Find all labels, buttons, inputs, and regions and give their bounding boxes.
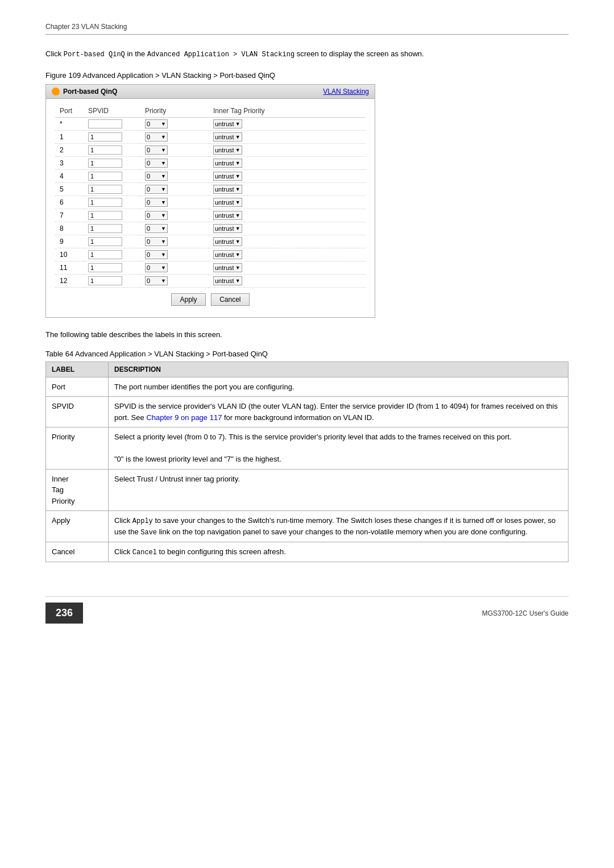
cancel-button[interactable]: Cancel [211,293,249,306]
spvid-cell[interactable] [84,209,140,222]
spvid-cell[interactable] [84,275,140,288]
priority-cell[interactable]: 0▼ [140,248,209,261]
desc-label-cell: SPVID [46,397,109,427]
page-number: 236 [45,603,83,624]
title-icon [52,88,60,95]
col-inner-tag: Inner Tag Priority [209,105,366,118]
screen-table-row: 50▼untrust▼ [55,183,366,196]
form-buttons: Apply Cancel [55,288,366,308]
vlan-stacking-link[interactable]: VLAN Stacking [323,88,369,95]
screen-table-row: 70▼untrust▼ [55,209,366,222]
screen-table-row: *0▼untrust▼ [55,118,366,131]
port-table: Port SPVID Priority Inner Tag Priority *… [55,105,366,288]
priority-cell[interactable]: 0▼ [140,196,209,209]
inner-tag-cell[interactable]: untrust▼ [209,261,366,275]
apply-button[interactable]: Apply [171,293,205,306]
desc-label-cell: Port [46,377,109,397]
desc-table-row: Inner Tag PrioritySelect Trust / Untrust… [46,469,569,511]
spvid-cell[interactable] [84,170,140,183]
port-cell: 4 [55,170,84,183]
spvid-cell[interactable] [84,157,140,170]
inner-tag-cell[interactable]: untrust▼ [209,222,366,235]
description-table: LABEL DESCRIPTION PortThe port number id… [45,362,569,563]
desc-description-cell: Click Apply to save your changes to the … [109,511,569,542]
priority-cell[interactable]: 0▼ [140,118,209,131]
port-cell: 11 [55,261,84,275]
desc-label-cell: Apply [46,511,109,542]
desc-col-description: DESCRIPTION [109,362,569,377]
spvid-cell[interactable] [84,131,140,144]
vlan-stacking-link-text: VLAN Stacking [323,88,369,95]
inner-tag-cell[interactable]: untrust▼ [209,248,366,261]
desc-description-cell: The port number identifies the port you … [109,377,569,397]
inner-tag-cell[interactable]: untrust▼ [209,131,366,144]
titlebar-left: Port-based QinQ [52,88,117,95]
screenshot-figure: Port-based QinQ VLAN Stacking Port SPVID… [45,84,375,318]
priority-cell[interactable]: 0▼ [140,209,209,222]
inner-tag-cell[interactable]: untrust▼ [209,170,366,183]
table-caption: Table 64 Advanced Application > VLAN Sta… [45,350,569,358]
titlebar: Port-based QinQ VLAN Stacking [46,85,375,99]
desc-description-cell: Click Cancel to begin configuring this s… [109,542,569,562]
desc-description-cell: SPVID is the service provider's VLAN ID … [109,397,569,427]
col-port: Port [55,105,84,118]
port-cell: 9 [55,235,84,248]
inner-tag-cell[interactable]: untrust▼ [209,157,366,170]
screen-table-row: 120▼untrust▼ [55,275,366,288]
screen-table-row: 40▼untrust▼ [55,170,366,183]
priority-cell[interactable]: 0▼ [140,144,209,157]
screen-table-row: 90▼untrust▼ [55,235,366,248]
spvid-cell[interactable] [84,235,140,248]
desc-label-cell: Priority [46,427,109,470]
desc-table-row: ApplyClick Apply to save your changes to… [46,511,569,542]
spvid-cell[interactable] [84,248,140,261]
spvid-cell[interactable] [84,222,140,235]
spvid-cell[interactable] [84,261,140,275]
screen-table-row: 10▼untrust▼ [55,131,366,144]
desc-label-cell: Cancel [46,542,109,562]
port-cell: 1 [55,131,84,144]
inner-tag-cell[interactable]: untrust▼ [209,196,366,209]
screen-table-row: 100▼untrust▼ [55,248,366,261]
priority-cell[interactable]: 0▼ [140,131,209,144]
desc-table-row: PortThe port number identifies the port … [46,377,569,397]
priority-cell[interactable]: 0▼ [140,170,209,183]
desc-description-cell: Select a priority level (from 0 to 7). T… [109,427,569,470]
desc-table-row: CancelClick Cancel to begin configuring … [46,542,569,562]
port-cell: 7 [55,209,84,222]
port-cell: 2 [55,144,84,157]
port-cell: 3 [55,157,84,170]
priority-cell[interactable]: 0▼ [140,183,209,196]
screen-table-row: 110▼untrust▼ [55,261,366,275]
chapter-header-text: Chapter 23 VLAN Stacking [45,23,127,31]
follow-text-content: The following table describes the labels… [45,330,222,339]
inner-tag-cell[interactable]: untrust▼ [209,209,366,222]
port-cell: 6 [55,196,84,209]
desc-label-cell: Inner Tag Priority [46,469,109,511]
inner-tag-cell[interactable]: untrust▼ [209,275,366,288]
port-cell: 5 [55,183,84,196]
inner-tag-cell[interactable]: untrust▼ [209,144,366,157]
screen-table-row: 80▼untrust▼ [55,222,366,235]
priority-cell[interactable]: 0▼ [140,222,209,235]
port-cell: * [55,118,84,131]
inner-tag-cell[interactable]: untrust▼ [209,183,366,196]
screenshot-title: Port-based QinQ [63,88,117,95]
priority-cell[interactable]: 0▼ [140,235,209,248]
spvid-cell[interactable] [84,196,140,209]
priority-cell[interactable]: 0▼ [140,157,209,170]
inner-tag-cell[interactable]: untrust▼ [209,235,366,248]
screen-table-row: 20▼untrust▼ [55,144,366,157]
col-priority: Priority [140,105,209,118]
priority-cell[interactable]: 0▼ [140,275,209,288]
spvid-cell[interactable] [84,144,140,157]
inner-tag-cell[interactable]: untrust▼ [209,118,366,131]
desc-description-cell: Select Trust / Untrust inner tag priorit… [109,469,569,511]
screenshot-body: Port SPVID Priority Inner Tag Priority *… [46,99,375,317]
footer-right-text: MGS3700-12C User's Guide [482,609,569,617]
spvid-cell[interactable] [84,118,140,131]
port-cell: 10 [55,248,84,261]
priority-cell[interactable]: 0▼ [140,261,209,275]
spvid-cell[interactable] [84,183,140,196]
port-cell: 8 [55,222,84,235]
